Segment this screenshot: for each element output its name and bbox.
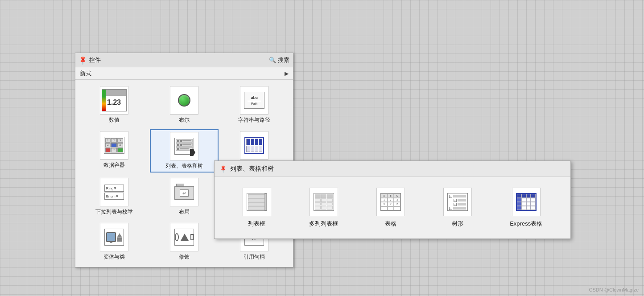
- express-table-label: Express表格: [510, 220, 542, 228]
- et-h4: [531, 194, 536, 198]
- sub-item-express-table[interactable]: Express表格: [503, 184, 549, 231]
- pin-icon: 📌: [78, 55, 88, 65]
- control-item-layout[interactable]: ↵ 布局: [150, 176, 218, 218]
- string-label: 字符串与路径: [238, 116, 270, 124]
- data-container-label: 数据容器: [103, 161, 125, 169]
- watermark: CSDN @ClownMagize: [589, 287, 639, 292]
- tree-row-1: -: [449, 195, 466, 198]
- list-sq-5: [177, 148, 179, 150]
- submenu-title: 列表、表格和树: [230, 165, 274, 173]
- submenu-content: 列表框: [215, 177, 570, 238]
- list-cursor: [190, 149, 195, 156]
- io-icon-inner: [242, 134, 267, 156]
- io-c7: [255, 146, 258, 152]
- reference-label: 引用句柄: [244, 253, 265, 261]
- dc2: 2: [111, 138, 117, 143]
- tbl-h2: B: [388, 193, 394, 198]
- ring-text: Ring▼: [106, 186, 117, 190]
- ml-h1: [315, 194, 321, 198]
- io-c4: [259, 139, 262, 145]
- ml-r3c2: [321, 206, 327, 210]
- et-r1c4: [531, 198, 536, 202]
- list-row-1: [176, 139, 193, 143]
- table-icon-inner: A B C 1 2 3 X Y Z: [378, 191, 403, 213]
- variant-shapes: [117, 233, 122, 242]
- sub-item-multicolumn[interactable]: 多列列表框: [302, 184, 345, 231]
- expander-3: +: [454, 203, 457, 206]
- control-item-data-container[interactable]: 1 2 3 4 6 * 数据容器: [80, 129, 148, 173]
- data-grid: 1 2 3 4 6 *: [104, 137, 124, 154]
- table-label: 表格: [385, 220, 396, 228]
- deco-circle: [175, 233, 179, 241]
- submenu-pin-icon: 📌: [219, 164, 228, 173]
- expander-4: -: [449, 207, 452, 210]
- et-r2c4: [531, 202, 536, 206]
- bool-icon-inner: [172, 89, 197, 111]
- control-item-decoration[interactable]: 修饰: [150, 221, 218, 263]
- listbox-icon-inner: [244, 191, 269, 213]
- decoration-label: 修饰: [179, 253, 190, 261]
- submenu-header: 📌 列表、表格和树: [215, 161, 570, 177]
- control-item-dropdown[interactable]: Ring▼ Enum▼ 下拉列表与枚举: [80, 176, 148, 218]
- et-h2: [521, 194, 526, 198]
- control-item-string[interactable]: abc Path 字符串与路径: [220, 84, 289, 126]
- node-line-3: [458, 203, 466, 206]
- control-item-variant[interactable]: 变体与类: [80, 221, 148, 263]
- dc1: 1: [105, 138, 111, 143]
- header-left: 📌 控件: [79, 56, 101, 64]
- tbl-inner-box: A B C 1 2 3 X Y Z: [380, 193, 401, 211]
- tbl-h8: Y: [388, 202, 394, 206]
- dc6: 6: [117, 143, 123, 148]
- string-icon: abc Path: [240, 86, 268, 115]
- list-line-1: [182, 140, 191, 141]
- numeric-label: 数值: [109, 116, 120, 124]
- lb-row-1: [248, 194, 266, 197]
- bool-circle: [178, 94, 190, 107]
- layout-label: 布局: [179, 208, 190, 216]
- dropdown-icon: Ring▼ Enum▼: [100, 178, 128, 206]
- listbox-icon: [243, 188, 271, 216]
- ml-r3c1: [315, 206, 321, 210]
- folder-body: ↵: [174, 186, 194, 200]
- sub-item-tree[interactable]: - + +: [436, 184, 479, 231]
- enum-text: Enum▼: [106, 194, 119, 198]
- et-r2c3: [526, 202, 531, 206]
- et-r3c3: [526, 206, 531, 210]
- layout-icon-inner: ↵: [172, 181, 197, 203]
- et-r1c1: [517, 198, 522, 202]
- variant-label: 变体与类: [103, 253, 125, 261]
- sub-item-table[interactable]: A B C 1 2 3 X Y Z 表格: [369, 184, 412, 231]
- express-table-icon: [512, 188, 541, 216]
- lb-row-3: [248, 202, 266, 206]
- tbl-h7: X: [381, 202, 388, 206]
- tbl-h9: Z: [394, 202, 400, 206]
- tbl-h1: A: [381, 193, 388, 198]
- et-r3c2: [521, 206, 526, 210]
- expand-arrow-icon[interactable]: ▶: [285, 70, 289, 77]
- control-item-numeric[interactable]: 1.23 数值: [80, 84, 148, 126]
- control-item-bool[interactable]: 布尔: [150, 84, 218, 126]
- panel-header: 📌 控件 🔍 搜索: [75, 53, 293, 67]
- table-icon: A B C 1 2 3 X Y Z: [376, 188, 405, 216]
- lb-row-2: [248, 198, 266, 201]
- et-icon-inner: [514, 191, 539, 213]
- lb-scrollbar: [264, 193, 267, 210]
- tree-icon-inner: - + +: [445, 191, 470, 213]
- ml-h3: [327, 194, 333, 198]
- numeric-icon: 1.23: [100, 86, 128, 115]
- variant-icon: [100, 223, 128, 251]
- dc4: 4: [105, 143, 111, 148]
- node-line-1: [453, 195, 466, 197]
- lb-inner-box: [247, 193, 267, 211]
- variant-inner-box: [104, 229, 124, 246]
- subheader-text: 新式: [80, 70, 91, 78]
- io-c6: [251, 146, 254, 152]
- search-label: 搜索: [278, 56, 289, 64]
- tbl-h5: 2: [388, 198, 394, 202]
- control-item-list-table-tree[interactable]: 列表、表格和树: [150, 129, 218, 173]
- dropdown-label: 下拉列表与枚举: [95, 208, 133, 216]
- variant-monitor: [106, 232, 116, 242]
- sub-item-listbox[interactable]: 列表框: [235, 184, 278, 231]
- search-button[interactable]: 🔍 搜索: [269, 56, 289, 64]
- expander-1: -: [449, 195, 452, 198]
